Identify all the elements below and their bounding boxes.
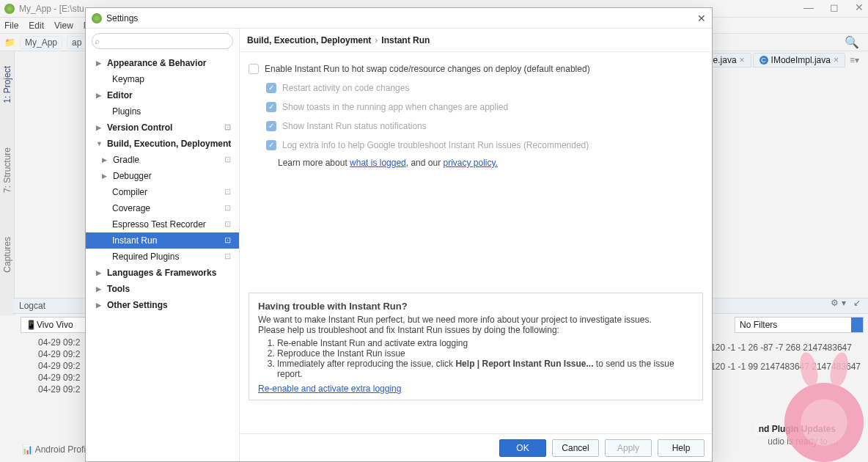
panel-step: Immediately after reproducing the issue,… (277, 359, 694, 379)
close-tab-icon[interactable]: × (740, 55, 745, 65)
device-name: Vivo Vivo (37, 320, 73, 330)
module-icon: ⊡ (224, 203, 235, 213)
dialog-title: Settings (106, 13, 138, 23)
maximize-icon[interactable]: ◻ (830, 1, 839, 13)
page-breadcrumb: Build, Execution, Deployment›Instant Run (240, 29, 712, 52)
tree-espresso[interactable]: Espresso Test Recorder⊡ (86, 216, 239, 232)
rail-captures[interactable]: Captures (2, 237, 12, 273)
option-label: Log extra info to help Google troublesho… (282, 140, 589, 150)
editor-tab[interactable]: CIModeImpl.java× (753, 53, 845, 67)
trouble-panel: Having trouble with Instant Run? We want… (249, 293, 703, 400)
module-icon: ⊡ (224, 219, 235, 230)
ok-button[interactable]: OK (499, 439, 546, 457)
tree-compiler[interactable]: Compiler⊡ (86, 184, 239, 200)
learn-more: Learn more about what is logged, and our… (249, 158, 703, 168)
rail-structure[interactable]: 7: Structure (2, 147, 12, 193)
panel-title: Having trouble with Instant Run? (258, 301, 694, 312)
checkbox[interactable] (266, 102, 276, 112)
cancel-button[interactable]: Cancel (552, 439, 599, 457)
list-icon[interactable]: ≡▾ (850, 55, 859, 65)
option-label: Show toasts in the running app when chan… (282, 102, 508, 112)
breadcrumb-node[interactable]: ap (67, 36, 87, 49)
gear-icon[interactable]: ⚙ (831, 298, 839, 308)
help-button[interactable]: Help (658, 439, 705, 457)
editor-tabs[interactable]: Cice.java× CIModeImpl.java× ≡▾ (688, 53, 859, 67)
filter-dropdown[interactable]: No Filters (735, 317, 864, 333)
tree-gradle[interactable]: ▶Gradle⊡ (86, 152, 239, 168)
tree-instant-run[interactable]: Instant Run⊡ (86, 232, 239, 249)
bunny-mascot (780, 374, 868, 462)
left-tool-rail[interactable]: 1: Project 7: Structure Captures (0, 51, 15, 315)
apply-button[interactable]: Apply (605, 439, 652, 457)
settings-dialog: Settings ✕ ⌕ ▶Appearance & Behavior Keym… (85, 7, 713, 462)
option-label: Restart activity on code changes (282, 83, 409, 93)
close-tab-icon[interactable]: × (834, 55, 839, 65)
checkbox[interactable] (249, 64, 259, 74)
show-toasts[interactable]: Show toasts in the running app when chan… (249, 98, 703, 117)
checkbox[interactable] (266, 121, 276, 131)
tab-label: IModeImpl.java (771, 55, 831, 65)
tree-required-plugins[interactable]: Required Plugins⊡ (86, 249, 239, 265)
module-icon: ⊡ (224, 235, 235, 246)
search-icon[interactable]: 🔍 (845, 35, 859, 49)
privacy-policy-link[interactable]: privacy policy. (443, 158, 497, 168)
android-studio-icon (92, 13, 102, 23)
option-label: Enable Instant Run to hot swap code/reso… (265, 64, 590, 74)
rail-project[interactable]: 1: Project (2, 66, 12, 103)
ide-title: My_App - [E:\stu… (19, 4, 93, 14)
tree-keymap[interactable]: Keymap (86, 71, 239, 87)
tree-coverage[interactable]: Coverage⊡ (86, 200, 239, 216)
tree-editor[interactable]: ▶Editor (86, 87, 239, 103)
settings-sidebar: ⌕ ▶Appearance & Behavior Keymap ▶Editor … (86, 29, 240, 461)
panel-step: Reproduce the Instant Run issue (277, 348, 694, 359)
class-icon: C (760, 56, 768, 65)
panel-text: Please help us troubleshoot and fix Inst… (258, 325, 694, 335)
dialog-titlebar[interactable]: Settings ✕ (86, 8, 712, 29)
reenable-link[interactable]: Re-enable and activate extra logging (258, 384, 401, 394)
module-icon: ⊡ (224, 155, 235, 165)
menu-file[interactable]: File (4, 21, 18, 31)
enable-instant-run[interactable]: Enable Instant Run to hot swap code/reso… (249, 59, 703, 78)
tree-languages[interactable]: ▶Languages & Frameworks (86, 265, 239, 281)
settings-tree[interactable]: ▶Appearance & Behavior Keymap ▶Editor Pl… (86, 54, 239, 461)
tree-plugins[interactable]: Plugins (86, 103, 239, 120)
checkbox[interactable] (266, 140, 276, 150)
app-icon (4, 4, 15, 14)
close-icon[interactable]: ✕ (697, 12, 706, 24)
close-icon[interactable]: ✕ (855, 1, 864, 13)
filter-label: No Filters (740, 320, 777, 330)
tree-appearance[interactable]: ▶Appearance & Behavior (86, 55, 239, 71)
log-extra[interactable]: Log extra info to help Google troublesho… (249, 136, 703, 155)
menu-edit[interactable]: Edit (29, 21, 44, 31)
option-label: Show Instant Run status notifications (282, 121, 427, 131)
search-input[interactable] (92, 33, 233, 49)
minimize-icon[interactable]: — (803, 1, 814, 13)
panel-text: We want to make Instant Run perfect, but… (258, 315, 694, 325)
logcat-label: Logcat (19, 301, 45, 311)
tree-build-execution-deployment[interactable]: ▼Build, Execution, Deployment (86, 136, 239, 152)
tree-other-settings[interactable]: ▶Other Settings (86, 297, 239, 313)
tree-debugger[interactable]: ▶Debugger (86, 168, 239, 184)
tree-vcs[interactable]: ▶Version Control⊡ (86, 120, 239, 136)
chevron-down-icon[interactable] (851, 318, 863, 332)
window-controls[interactable]: — ◻ ✕ (803, 1, 864, 13)
log-output: 04-29 09:2 04-29 09:2 04-29 09:2 04-29 0… (38, 337, 80, 396)
tree-tools[interactable]: ▶Tools (86, 281, 239, 297)
checkbox[interactable] (266, 83, 276, 93)
dialog-buttons: OK Cancel Apply Help (240, 433, 712, 461)
menu-view[interactable]: View (54, 21, 73, 31)
module-icon: ⊡ (224, 252, 235, 262)
module-icon: ⊡ (224, 187, 235, 197)
panel-step: Re-enable Instant Run and activate extra… (277, 338, 694, 348)
show-status[interactable]: Show Instant Run status notifications (249, 117, 703, 136)
module-icon: ⊡ (224, 122, 235, 133)
what-is-logged-link[interactable]: what is logged (350, 158, 406, 168)
restart-activity[interactable]: Restart activity on code changes (249, 78, 703, 98)
device-dropdown[interactable]: 📱 Vivo Vivo (21, 317, 87, 333)
android-profiler-tab[interactable]: 📊 Android Profi (22, 444, 86, 455)
breadcrumb-root[interactable]: My_App (20, 36, 62, 49)
